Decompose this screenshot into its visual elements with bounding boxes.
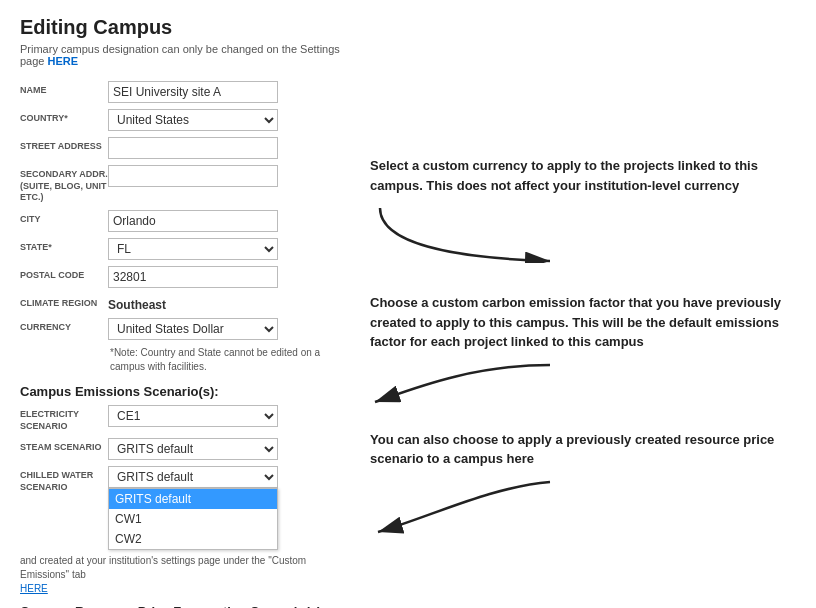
emissions-annotation: Choose a custom carbon emission factor t… <box>370 293 796 410</box>
emissions-section-title: Campus Emissions Scenario(s): <box>20 384 340 399</box>
emissions-arrow <box>370 360 570 410</box>
custom-emissions-here-link[interactable]: HERE <box>20 583 48 594</box>
climate-row: CLIMATE REGION Southeast <box>20 294 340 312</box>
postal-control <box>108 266 340 288</box>
name-input[interactable] <box>108 81 278 103</box>
postal-label: POSTAL CODE <box>20 266 108 282</box>
currency-select[interactable]: United States Dollar <box>108 318 278 340</box>
country-label: COUNTRY* <box>20 109 108 125</box>
city-row: CITY <box>20 210 340 232</box>
secondary-label: SECONDARY ADDR. (SUITE, BLOG, UNIT ETC.) <box>20 165 108 204</box>
postal-input[interactable] <box>108 266 278 288</box>
climate-label: CLIMATE REGION <box>20 294 108 310</box>
currency-annotation-text: Select a custom currency to apply to the… <box>370 156 796 195</box>
city-control <box>108 210 340 232</box>
resource-section-title: Campus Resource Price Forecasting Scenar… <box>20 604 340 608</box>
electricity-scenario-control: CE1 <box>108 405 340 427</box>
country-control: United States <box>108 109 340 131</box>
street-control <box>108 137 340 159</box>
electricity-scenario-label: ELECTRICITY SCENARIO <box>20 405 108 432</box>
name-row: NAME <box>20 81 340 103</box>
secondary-row: SECONDARY ADDR. (SUITE, BLOG, UNIT ETC.) <box>20 165 340 204</box>
name-label: NAME <box>20 81 108 97</box>
chilled-scenario-row: CHILLED WATER SCENARIO GRITS default GRI… <box>20 466 340 493</box>
currency-arrow <box>370 203 570 263</box>
resource-annotation-text: You can also choose to apply a previousl… <box>370 430 796 469</box>
currency-label: CURRENCY <box>20 318 108 334</box>
street-label: STREET ADDRESS <box>20 137 108 153</box>
secondary-control <box>108 165 340 187</box>
country-row: COUNTRY* United States <box>20 109 340 131</box>
name-control <box>108 81 340 103</box>
page-title: Editing Campus <box>20 16 340 39</box>
street-input[interactable] <box>108 137 278 159</box>
electricity-scenario-select[interactable]: CE1 <box>108 405 278 427</box>
primary-note: Primary campus designation can only be c… <box>20 43 340 67</box>
steam-scenario-row: STEAM SCENARIO GRITS default <box>20 438 340 460</box>
chilled-option-cw1[interactable]: CW1 <box>109 509 277 529</box>
postal-row: POSTAL CODE <box>20 266 340 288</box>
country-select[interactable]: United States <box>108 109 278 131</box>
resource-arrow <box>370 477 570 537</box>
city-input[interactable] <box>108 210 278 232</box>
form-panel: Editing Campus Primary campus designatio… <box>20 16 340 608</box>
state-control: FL <box>108 238 340 260</box>
city-label: CITY <box>20 210 108 226</box>
state-select[interactable]: FL <box>108 238 278 260</box>
chilled-scenario-select[interactable]: GRITS default <box>108 466 278 488</box>
resource-annotation: You can also choose to apply a previousl… <box>370 430 796 537</box>
edit-note: *Note: Country and State cannot be edite… <box>110 346 340 374</box>
street-row: STREET ADDRESS <box>20 137 340 159</box>
steam-scenario-control: GRITS default <box>108 438 340 460</box>
chilled-option-grits[interactable]: GRITS default <box>109 489 277 509</box>
electricity-scenario-row: ELECTRICITY SCENARIO CE1 <box>20 405 340 432</box>
climate-value: Southeast <box>108 294 340 312</box>
currency-control: United States Dollar <box>108 318 340 340</box>
emissions-annotation-text: Choose a custom carbon emission factor t… <box>370 293 796 352</box>
currency-row: CURRENCY United States Dollar <box>20 318 340 340</box>
chilled-scenario-label: CHILLED WATER SCENARIO <box>20 466 108 493</box>
steam-scenario-select[interactable]: GRITS default <box>108 438 278 460</box>
climate-control: Southeast <box>108 294 340 312</box>
chilled-option-cw2[interactable]: CW2 <box>109 529 277 549</box>
state-label: STATE* <box>20 238 108 254</box>
emissions-note-area: and created at your institution's settin… <box>20 554 340 596</box>
steam-scenario-label: STEAM SCENARIO <box>20 438 108 454</box>
emissions-dropdown-note: and created at your institution's settin… <box>20 554 340 596</box>
chilled-scenario-control: GRITS default GRITS default CW1 CW2 <box>108 466 340 488</box>
chilled-dropdown-list: GRITS default CW1 CW2 <box>108 488 278 550</box>
secondary-input[interactable] <box>108 165 278 187</box>
state-row: STATE* FL <box>20 238 340 260</box>
settings-here-link[interactable]: HERE <box>48 55 79 67</box>
currency-annotation: Select a custom currency to apply to the… <box>370 156 796 263</box>
annotation-panel: Select a custom currency to apply to the… <box>360 16 796 608</box>
